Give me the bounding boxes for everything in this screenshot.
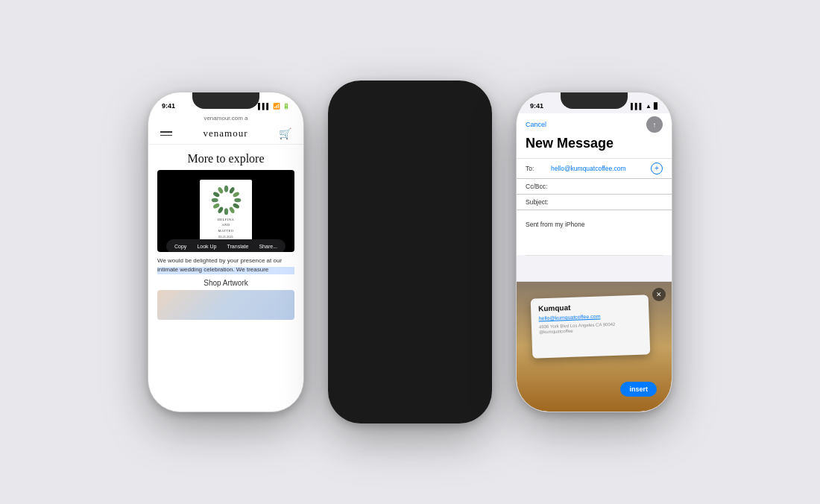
compose-header-top: Cancel ↑ [526,116,663,133]
cart-icon[interactable]: 🛒 [279,127,291,139]
close-camera-button[interactable]: ✕ [652,288,666,301]
phone3-time: 9:41 [530,102,543,110]
compose-header: Cancel ↑ New Message [517,113,672,159]
svg-point-10 [212,191,220,198]
selected-text: We would be delighted by your presence a… [157,256,294,274]
phone-1: 9:41 ▌▌▌ 📶 🔋 venamour.com a venamour 🛒 [148,92,304,412]
subject-field[interactable]: Subject: [517,195,672,210]
wedding-card: DELFINAANDMATTEO 09.21.2021 [200,180,252,243]
svg-point-8 [212,203,220,210]
phone1-urlbar[interactable]: venamour.com a [148,113,303,123]
card-names: DELFINAANDMATTEO [218,217,235,233]
body-text: Sent from my iPhone [526,221,584,228]
battery-icon: 🔋 [283,103,290,110]
phone3-screen: 9:41 ▌▌▌ ▲ ▊ Cancel ↑ New Message To: he… [517,92,672,412]
svg-point-6 [224,209,227,215]
wifi-icon: 📶 [273,103,280,110]
svg-point-9 [211,198,218,202]
translate-option[interactable]: Translate [227,244,249,249]
compose-title: New Message [526,136,663,152]
context-menu: Copy Look Up Translate Share... [166,239,286,252]
separator [526,255,663,256]
bc-email: hello@kumquatcoffee.com [538,312,641,321]
cc-label: Cc/Bcc: [526,183,548,190]
to-value[interactable]: hello@kumquatcoffee.com [548,165,651,172]
product-image: DELFINAANDMATTEO 09.21.2021 Copy Look Up… [157,170,294,252]
phone-2: 9:41 ▌▌▌ ▲ ▊ SW ShelleyWillems Shelley W… [328,81,492,423]
to-label: To: [526,165,548,172]
business-card: Kumquat hello@kumquatcoffee.com 4936 Yor… [531,294,651,358]
signal-icon: ▌▌▌ [258,103,271,110]
share-option[interactable]: Share... [259,244,277,249]
wifi-icon: ▲ [646,103,652,110]
svg-point-4 [232,203,239,210]
svg-point-0 [224,186,227,192]
insert-button[interactable]: insert [620,382,657,397]
copy-option[interactable]: Copy [174,244,186,249]
svg-point-1 [228,186,235,194]
bc-company-name: Kumquat [538,301,641,313]
phone1-navbar: venamour 🛒 [148,123,303,145]
svg-point-7 [217,207,224,214]
phone1-time: 9:41 [162,102,175,110]
phone3-notch [561,92,628,109]
phone1-screen: 9:41 ▌▌▌ 📶 🔋 venamour.com a venamour 🛒 [148,92,303,412]
subject-label: Subject: [526,198,549,206]
lookup-option[interactable]: Look Up [197,244,216,249]
cc-bcc-field[interactable]: Cc/Bcc: [517,179,672,195]
phone3-status-icons: ▌▌▌ ▲ ▊ [631,103,658,110]
phone1-status-icons: ▌▌▌ 📶 🔋 [258,103,290,110]
send-button[interactable]: ↑ [646,116,663,133]
svg-point-2 [232,191,239,198]
svg-point-11 [217,186,224,194]
signal-icon: ▌▌▌ [631,103,643,110]
wreath-graphic [209,183,243,217]
brand-logo: venamour [204,127,248,139]
svg-point-3 [234,198,241,202]
phone1-notch [192,92,259,109]
card-date: 09.21.2021 [218,235,233,239]
hero-text: More to explore [148,145,303,170]
live-text-camera: Kumquat hello@kumquatcoffee.com 4936 Yor… [517,281,672,412]
svg-point-5 [228,207,235,214]
shop-artwork-link[interactable]: Shop Artwork [148,279,303,287]
battery-icon: ▊ [654,103,658,110]
phone-3: 9:41 ▌▌▌ ▲ ▊ Cancel ↑ New Message To: he… [516,92,672,412]
to-field[interactable]: To: hello@kumquatcoffee.com + [517,159,672,179]
cancel-button[interactable]: Cancel [526,121,546,128]
add-recipient-button[interactable]: + [651,163,663,174]
bottom-banner [157,290,294,320]
hamburger-menu[interactable] [160,131,172,136]
email-body[interactable]: Sent from my iPhone [517,210,672,255]
